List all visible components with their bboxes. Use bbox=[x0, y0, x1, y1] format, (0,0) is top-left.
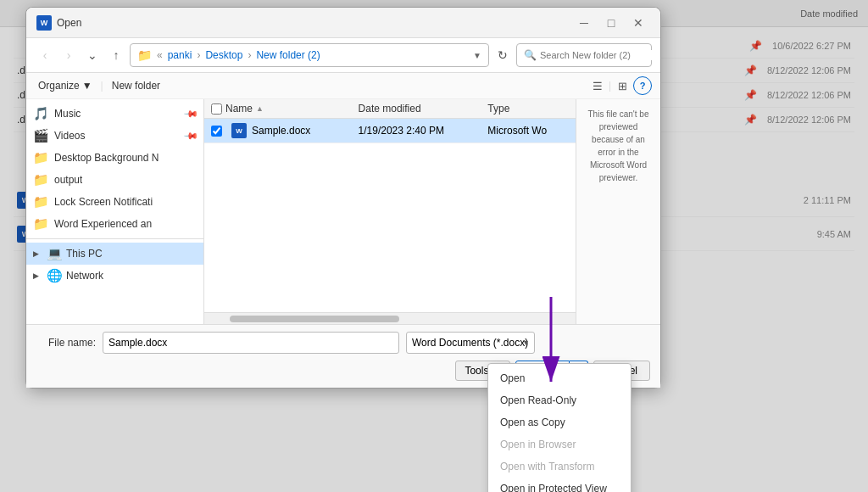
sidebar-item-videos[interactable]: 🎬 Videos 📌 bbox=[26, 125, 203, 147]
desktop-bg-icon: 📁 bbox=[33, 150, 49, 165]
sep1: | bbox=[101, 80, 103, 92]
network-arrow: ▶ bbox=[33, 271, 43, 280]
word-exp-icon: 📁 bbox=[33, 216, 49, 232]
file-checkbox[interactable] bbox=[211, 126, 222, 137]
dropdown-item-browser: Open in Browser bbox=[488, 433, 631, 456]
file-name-content: W Sample.docx bbox=[211, 123, 345, 138]
file-table-header-row: Name ▲ Date modified Type bbox=[204, 99, 576, 119]
file-checkbox-area bbox=[211, 126, 226, 137]
organize-arrow: ▼ bbox=[82, 80, 92, 92]
col-date: Date modified bbox=[352, 99, 481, 119]
dropdown-item-copy[interactable]: Open as Copy bbox=[488, 411, 631, 433]
tools-label: Tools bbox=[465, 365, 488, 377]
filetype-select[interactable]: Word Documents (*.docx) All Files (*.*) bbox=[406, 332, 535, 354]
sidebar-divider bbox=[26, 238, 203, 239]
dropdown-item-transform: Open with Transform bbox=[488, 456, 631, 478]
preview-text: This file can't be previewed because of … bbox=[583, 108, 654, 184]
open-dropdown-menu: Open Open Read-Only Open as Copy Open in… bbox=[487, 363, 632, 492]
filename-label: File name: bbox=[36, 337, 96, 349]
dropdown-item-readonly[interactable]: Open Read-Only bbox=[488, 389, 631, 411]
file-name-label: Sample.docx bbox=[252, 125, 310, 137]
nav-toolbar: ‹ › ⌄ ↑ 📁 « panki › Desktop › New folder… bbox=[26, 38, 660, 73]
file-name-cell: W Sample.docx bbox=[204, 119, 352, 143]
list-view-button[interactable]: ☰ bbox=[588, 76, 607, 95]
sidebar-label-word-exp: Word Experienced an bbox=[54, 218, 152, 230]
minimize-button[interactable]: ─ bbox=[572, 11, 596, 35]
this-pc-icon: 💻 bbox=[47, 246, 63, 261]
this-pc-arrow: ▶ bbox=[33, 249, 43, 258]
videos-icon: 🎬 bbox=[33, 128, 49, 143]
dropdown-item-protected[interactable]: Open in Protected View bbox=[488, 478, 631, 492]
file-table: Name ▲ Date modified Type bbox=[204, 99, 576, 143]
sidebar: 🎵 Music 📌 🎬 Videos 📌 📁 Desktop Backgroun… bbox=[26, 99, 204, 324]
recent-button[interactable]: ⌄ bbox=[82, 45, 103, 65]
organize-label: Organize bbox=[38, 80, 80, 92]
close-button[interactable]: ✕ bbox=[626, 11, 650, 35]
pin-music: 📌 bbox=[182, 105, 198, 121]
scrollbar-thumb[interactable] bbox=[230, 316, 399, 322]
title-controls: ─ □ ✕ bbox=[572, 11, 650, 35]
help-button[interactable]: ? bbox=[633, 76, 652, 95]
path-panki[interactable]: panki bbox=[168, 49, 192, 61]
secondary-toolbar: Organize ▼ | New folder ☰ | ⊞ ? bbox=[26, 73, 660, 99]
new-folder-button[interactable]: New folder bbox=[108, 78, 164, 93]
network-icon: 🌐 bbox=[47, 268, 63, 283]
search-input[interactable] bbox=[540, 50, 657, 60]
back-button[interactable]: ‹ bbox=[35, 45, 55, 65]
lockscreen-icon: 📁 bbox=[33, 194, 49, 210]
sidebar-label-output: output bbox=[54, 174, 82, 186]
file-table-body: W Sample.docx 1/19/2023 2:40 PM Microsof… bbox=[204, 119, 576, 143]
title-bar: W Open ─ □ ✕ bbox=[26, 8, 660, 38]
search-icon: 🔍 bbox=[524, 49, 537, 61]
sidebar-label-music: Music bbox=[54, 108, 81, 120]
file-word-icon: W bbox=[231, 123, 247, 138]
sidebar-label-videos: Videos bbox=[54, 130, 85, 142]
sidebar-item-desktop-bg[interactable]: 📁 Desktop Background N bbox=[26, 147, 203, 169]
sidebar-item-output[interactable]: 📁 output bbox=[26, 169, 203, 191]
sidebar-item-music[interactable]: 🎵 Music 📌 bbox=[26, 103, 203, 125]
file-table-head: Name ▲ Date modified Type bbox=[204, 99, 576, 119]
sidebar-item-word-experienced[interactable]: 📁 Word Experienced an bbox=[26, 213, 203, 235]
path-dropdown-arrow[interactable]: ▼ bbox=[473, 51, 481, 60]
word-app-icon: W bbox=[36, 15, 52, 31]
table-row[interactable]: W Sample.docx 1/19/2023 2:40 PM Microsof… bbox=[204, 119, 576, 143]
sidebar-item-lockscreen[interactable]: 📁 Lock Screen Notificati bbox=[26, 191, 203, 213]
filetype-wrapper: Word Documents (*.docx) All Files (*.*) … bbox=[406, 332, 535, 354]
horizontal-scrollbar[interactable] bbox=[204, 312, 576, 324]
up-button[interactable]: ↑ bbox=[106, 45, 126, 65]
new-folder-label: New folder bbox=[112, 80, 160, 92]
file-area: Name ▲ Date modified Type bbox=[204, 99, 576, 324]
title-bar-left: W Open bbox=[36, 15, 81, 31]
sidebar-label-desktop-bg: Desktop Background N bbox=[54, 152, 159, 164]
maximize-button[interactable]: □ bbox=[599, 11, 623, 35]
sidebar-label-lockscreen: Lock Screen Notificati bbox=[54, 196, 153, 208]
sidebar-label-this-pc: This PC bbox=[66, 248, 103, 260]
dropdown-item-open[interactable]: Open bbox=[488, 367, 631, 389]
file-type-cell: Microsoft Wo bbox=[481, 119, 576, 143]
content-area: 🎵 Music 📌 🎬 Videos 📌 📁 Desktop Backgroun… bbox=[26, 99, 660, 324]
details-view-button[interactable]: ⊞ bbox=[613, 76, 632, 95]
path-bar[interactable]: 📁 « panki › Desktop › New folder (2) ▼ bbox=[130, 43, 489, 67]
output-icon: 📁 bbox=[33, 172, 49, 187]
sidebar-label-network: Network bbox=[66, 270, 103, 282]
pin-videos: 📌 bbox=[182, 127, 198, 143]
filename-input[interactable] bbox=[103, 332, 399, 354]
forward-button[interactable]: › bbox=[58, 45, 79, 65]
folder-icon: 📁 bbox=[137, 48, 152, 62]
file-date-cell: 1/19/2023 2:40 PM bbox=[352, 119, 481, 143]
path-desktop[interactable]: Desktop bbox=[205, 49, 242, 61]
col-type: Type bbox=[481, 99, 576, 119]
select-all-checkbox[interactable] bbox=[211, 103, 222, 115]
col-name: Name ▲ bbox=[204, 99, 352, 119]
search-bar[interactable]: 🔍 bbox=[516, 43, 652, 67]
open-dialog: W Open ─ □ ✕ ‹ › ⌄ ↑ 📁 « panki › Desktop… bbox=[25, 7, 661, 389]
refresh-button[interactable]: ↻ bbox=[492, 45, 513, 65]
sidebar-item-this-pc[interactable]: ▶ 💻 This PC bbox=[26, 243, 203, 265]
organize-button[interactable]: Organize ▼ bbox=[35, 78, 96, 93]
dialog-title: Open bbox=[57, 17, 81, 29]
music-icon: 🎵 bbox=[33, 106, 49, 121]
view-icons: ☰ | ⊞ ? bbox=[588, 76, 652, 95]
path-folder[interactable]: New folder (2) bbox=[256, 49, 320, 61]
filename-row: File name: Word Documents (*.docx) All F… bbox=[36, 332, 650, 354]
sidebar-item-network[interactable]: ▶ 🌐 Network bbox=[26, 265, 203, 287]
